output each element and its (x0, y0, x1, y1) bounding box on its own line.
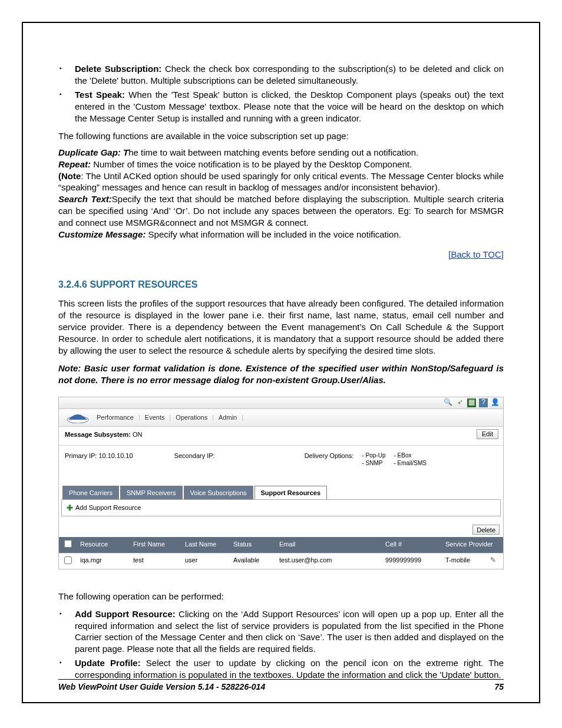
msg-sub-value: ON (133, 431, 143, 438)
def-note-text: : The Until ACKed option should be used … (58, 171, 504, 193)
select-all-checkbox[interactable] (64, 540, 72, 548)
note-italic: Note: Basic user format validation is do… (58, 363, 504, 386)
search-icon[interactable]: 🔍 (444, 398, 452, 407)
def-search-label: Search Text: (58, 194, 112, 204)
bullet-label: Test Speak: (75, 90, 125, 100)
add-support-resource-bar[interactable]: ✚ Add Support Resource (61, 499, 501, 516)
definitions-block: Duplicate Gap: The time to wait between … (58, 147, 504, 241)
secondary-ip-label: Secondary IP: (174, 452, 215, 459)
footer-page-number: 75 (494, 682, 504, 691)
def-cust-text: Specify what information will be include… (146, 229, 401, 239)
col-status[interactable]: Status (230, 539, 276, 551)
bullet-text: When the 'Test Speak' button is clicked,… (75, 90, 504, 123)
subsystem-row: Message Subsystem: ON Edit (59, 427, 503, 446)
tab-snmp-receivers[interactable]: SNMP Receivers (120, 486, 183, 500)
bullet-label: Update Profile: (75, 658, 141, 668)
primary-ip-value: 10.10.10.10 (98, 452, 133, 459)
col-resource[interactable]: Resource (77, 539, 130, 551)
plus-icon: ✚ (67, 503, 73, 513)
menu-events[interactable]: Events (140, 413, 170, 422)
help-icon[interactable]: ? (479, 398, 488, 407)
col-cell[interactable]: Cell # (382, 539, 442, 551)
wand-icon[interactable]: ➶ (455, 398, 464, 407)
edit-button[interactable]: Edit (477, 429, 498, 439)
menu-bar: Performance| Events| Operations| Admin| (59, 409, 503, 427)
def-cust-label: Customize Message: (58, 229, 146, 239)
section-body: This screen lists the profiles of the su… (58, 298, 504, 357)
deliv-emailsms: - Email/SMS (394, 459, 427, 467)
bottom-bullet-list: Add Support Resource: Clicking on the ‘A… (58, 608, 504, 681)
bullet-delete-subscription: Delete Subscription: Check the check box… (75, 63, 504, 87)
menu-operations[interactable]: Operations (171, 413, 212, 422)
toolbar-icons: 🔍 ➶ ▦ ? 👤 (59, 397, 503, 409)
row-checkbox[interactable] (64, 556, 72, 564)
export-icon[interactable]: ▦ (467, 398, 476, 407)
cell-first: test (130, 555, 181, 568)
def-dup-t: T (123, 147, 128, 157)
bullet-update-profile: Update Profile: Select the user to updat… (75, 657, 504, 681)
menu-performance[interactable]: Performance (92, 413, 138, 422)
app-logo-icon (64, 410, 92, 424)
cell-status: Available (230, 555, 276, 568)
msg-sub-label: Message Subsystem: (65, 431, 133, 438)
top-bullet-list: Delete Subscription: Check the check box… (58, 63, 504, 124)
intro-line: The following functions are available in… (58, 130, 504, 142)
deliv-snmp: - SNMP (362, 459, 385, 467)
tab-voice-subscriptions[interactable]: Voice Subscriptions (184, 486, 253, 500)
col-email[interactable]: Email (276, 539, 382, 551)
primary-ip-label: Primary IP: (65, 452, 98, 459)
deliv-ebox: - EBox (394, 452, 427, 459)
tab-phone-carriers[interactable]: Phone Carriers (62, 486, 119, 500)
col-first-name[interactable]: First Name (130, 539, 181, 551)
col-service-provider[interactable]: Service Provider (442, 539, 503, 551)
menu-admin[interactable]: Admin (214, 413, 242, 422)
def-dup-label: Duplicate Gap: (58, 147, 123, 157)
tab-support-resources[interactable]: Support Resources (254, 486, 327, 500)
def-search-text: Specify the text that should be matched … (58, 194, 504, 228)
ip-row: Primary IP: 10.10.10.10 Secondary IP: De… (59, 446, 503, 473)
add-support-label: Add Support Resource (75, 503, 141, 512)
def-rep-text: Number of times the voice notification i… (91, 159, 412, 169)
cell-cell: 9999999999 (382, 555, 442, 568)
cell-resource: iqa.mgr (77, 555, 130, 568)
back-to-toc-link[interactable]: [Back to TOC] (448, 249, 504, 259)
cell-sp: T-mobile (445, 556, 470, 566)
col-last-name[interactable]: Last Name (181, 539, 230, 551)
table-row: iqa.mgr test user Available test.user@hp… (59, 553, 503, 569)
deliv-popup: - Pop-Up (362, 452, 385, 459)
page-footer: Web ViewPoint User Guide Version 5.14 - … (58, 679, 504, 691)
bullet-add-support-resource: Add Support Resource: Clicking on the ‘A… (75, 608, 504, 655)
bullet-test-speak: Test Speak: When the 'Test Speak' button… (75, 89, 504, 124)
bullet-label: Delete Subscription: (75, 64, 161, 74)
user-icon[interactable]: 👤 (491, 398, 500, 407)
app-screenshot: 🔍 ➶ ▦ ? 👤 Performance| Events| Operation… (58, 397, 504, 569)
sub-tabs: Phone Carriers SNMP Receivers Voice Subs… (59, 473, 503, 500)
section-heading: 3.2.4.6 SUPPORT RESOURCES (58, 278, 504, 291)
pencil-icon[interactable]: ✎ (490, 556, 496, 566)
bullet-label: Add Support Resource: (75, 609, 176, 619)
cell-last: user (181, 555, 230, 568)
delete-button[interactable]: Delete (472, 525, 500, 535)
def-note-label: (Note (58, 171, 81, 181)
footer-title: Web ViewPoint User Guide Version 5.14 - … (58, 682, 265, 691)
delivery-label: Delivery Options: (305, 452, 354, 467)
following-op: The following operation can be performed… (58, 591, 504, 602)
cell-email: test.user@hp.com (276, 555, 382, 568)
def-rep-label: Repeat: (58, 159, 91, 169)
def-dup-text: he time to wait between matching events … (128, 147, 418, 157)
grid-header: Resource First Name Last Name Status Ema… (59, 537, 503, 553)
